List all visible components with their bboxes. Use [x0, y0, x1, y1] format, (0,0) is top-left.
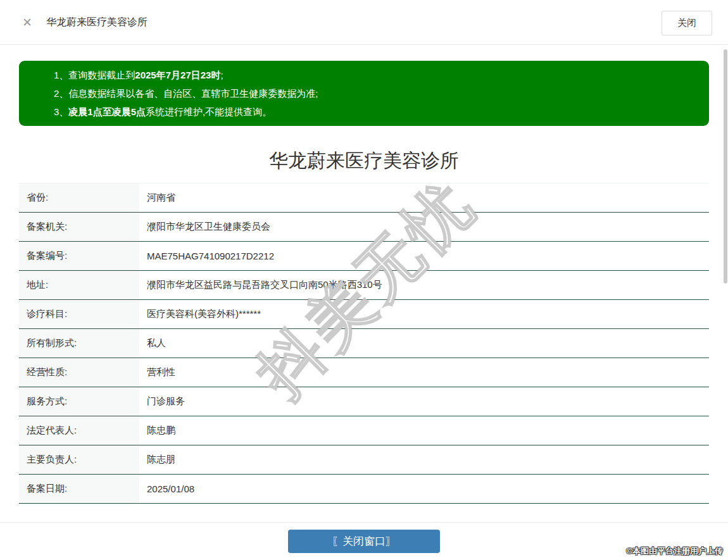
- field-label: 法定代表人:: [19, 416, 139, 445]
- window-title: 华龙蔚来医疗美容诊所: [46, 16, 147, 29]
- spacer: [0, 504, 728, 522]
- field-label: 备案日期:: [19, 475, 139, 503]
- notice-line-1: 1、查询数据截止到2025年7月27日23时;: [54, 66, 696, 84]
- table-row-province: 省份: 河南省: [19, 184, 709, 213]
- page-title: 华龙蔚来医疗美容诊所: [0, 150, 728, 171]
- notice-text: ;: [220, 70, 223, 80]
- notice-num: 3、: [54, 106, 68, 117]
- field-label: 主要负责人:: [19, 445, 139, 474]
- field-label: 所有制形式:: [19, 329, 139, 358]
- notice-num: 2、: [54, 88, 68, 99]
- field-label: 省份:: [19, 184, 139, 212]
- field-value: 2025/01/08: [139, 475, 709, 503]
- field-value: 门诊服务: [139, 387, 709, 416]
- field-value: MAE75HAG741090217D2212: [139, 242, 709, 270]
- field-value: 陈忠鹏: [139, 416, 709, 445]
- notice-line-3: 3、凌晨1点至凌晨5点系统进行维护,不能提供查询。: [54, 103, 696, 121]
- table-row-legal-representative: 法定代表人: 陈忠鹏: [19, 416, 709, 445]
- table-row-filing-number: 备案编号: MAE75HAG741090217D2212: [19, 242, 709, 271]
- table-row-departments: 诊疗科目: 医疗美容科(美容外科)******: [19, 300, 709, 329]
- table-row-filing-authority: 备案机关: 濮阳市华龙区卫生健康委员会: [19, 213, 709, 242]
- table-row-business-nature: 经营性质: 营利性: [19, 358, 709, 387]
- field-value: 私人: [139, 329, 709, 358]
- field-label: 备案编号:: [19, 242, 139, 270]
- field-label: 经营性质:: [19, 358, 139, 387]
- notice-bold-text: 2025年7月27日23时: [135, 70, 220, 80]
- field-value: 陈志朋: [139, 445, 709, 474]
- window-titlebar: ✕ 华龙蔚来医疗美容诊所 关闭: [0, 0, 728, 45]
- notice-text: 信息数据结果以各省、自治区、直辖市卫生健康委数据为准;: [68, 88, 318, 99]
- field-value: 河南省: [139, 184, 709, 212]
- notice-box: 1、查询数据截止到2025年7月27日23时; 2、信息数据结果以各省、自治区、…: [19, 61, 709, 126]
- notice-line-2: 2、信息数据结果以各省、自治区、直辖市卫生健康委数据为准;: [54, 84, 696, 103]
- close-button[interactable]: 关闭: [662, 11, 712, 35]
- footer-bar: 〖关闭窗口〗: [0, 522, 728, 560]
- notice-num: 1、: [54, 70, 68, 80]
- field-value: 营利性: [139, 358, 709, 387]
- table-row-person-in-charge: 主要负责人: 陈志朋: [19, 445, 709, 475]
- table-row-ownership: 所有制形式: 私人: [19, 329, 709, 358]
- notice-text: 查询数据截止到: [68, 70, 135, 80]
- table-row-address: 地址: 濮阳市华龙区益民路与昆吾路交叉口向南50米路西310号: [19, 271, 709, 300]
- scrollbar[interactable]: [724, 49, 727, 283]
- close-window-button[interactable]: 〖关闭窗口〗: [288, 530, 440, 553]
- field-value: 医疗美容科(美容外科)******: [139, 300, 709, 328]
- field-value: 濮阳市华龙区卫生健康委员会: [139, 213, 709, 241]
- table-row-service-mode: 服务方式: 门诊服务: [19, 387, 709, 416]
- field-label: 诊疗科目:: [19, 300, 139, 328]
- field-label: 服务方式:: [19, 387, 139, 416]
- clinic-info-table: 省份: 河南省 备案机关: 濮阳市华龙区卫生健康委员会 备案编号: MAE75H…: [19, 183, 709, 504]
- table-row-filing-date: 备案日期: 2025/01/08: [19, 475, 709, 504]
- notice-text: 系统进行维护,不能提供查询。: [146, 106, 272, 117]
- field-value: 濮阳市华龙区益民路与昆吾路交叉口向南50米路西310号: [139, 271, 709, 299]
- notice-bold-text: 凌晨1点至凌晨5点: [68, 106, 146, 117]
- close-icon[interactable]: ✕: [22, 16, 32, 28]
- field-label: 地址:: [19, 271, 139, 299]
- field-label: 备案机关:: [19, 213, 139, 241]
